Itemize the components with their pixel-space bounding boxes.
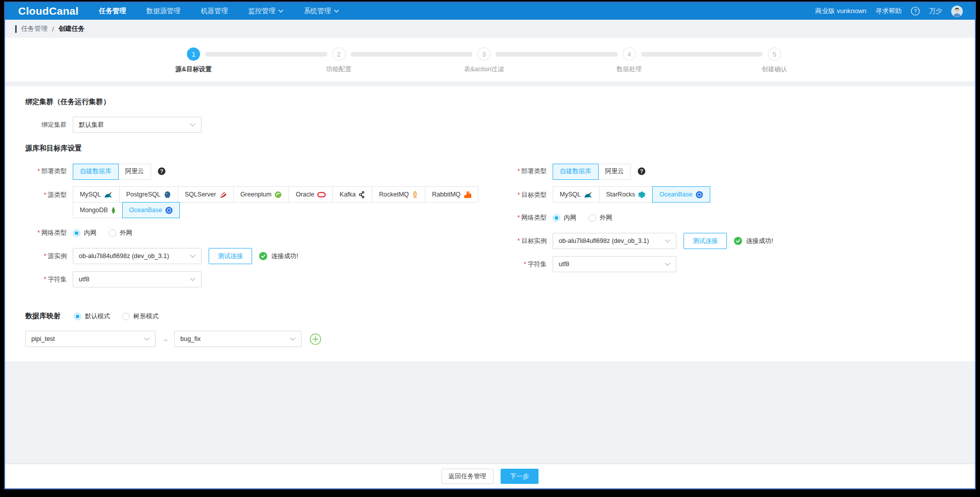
wizard-step-1[interactable]: 1源&目标设置 (187, 47, 332, 74)
step-number: 5 (768, 47, 781, 61)
target-charset-label-text: 字符集 (528, 261, 547, 268)
target-instance-select-value: ob-alu7li84ufl698z (dev_ob_3.1) (559, 237, 649, 244)
source-connection-status-text: 连接成功! (271, 252, 298, 261)
type-label: SQLServer (185, 191, 216, 198)
source-type-postgresql[interactable]: PostgreSQL (119, 186, 178, 203)
mapping-mode-option-label: 默认模式 (85, 312, 110, 321)
step-top: 4 (623, 47, 768, 61)
source-test-connection-button[interactable]: 测试连接 (209, 248, 252, 264)
mapping-mode-option-tree-mode[interactable]: 树形模式 (122, 312, 159, 321)
step-top: 1 (187, 47, 332, 61)
mapping-mode-option-default-mode[interactable]: 默认模式 (74, 312, 110, 321)
target-charset-select[interactable]: utf8 (553, 256, 676, 272)
target-type-mysql[interactable]: MySQL (553, 186, 600, 203)
wizard-step-4[interactable]: 4数据处理 (623, 47, 768, 74)
mapping-mode-option-label: 树形模式 (133, 312, 159, 321)
source-charset-label: *字符集 (25, 275, 67, 284)
target-network-row: *网络类型内网外网 (505, 210, 955, 226)
source-type-kafka[interactable]: Kafka (332, 186, 372, 203)
nav-item-label: 任务管理 (99, 7, 126, 16)
next-step-button[interactable]: 下一步 (501, 469, 539, 484)
source-instance-label-text: 源实例 (48, 253, 67, 260)
step-top: 2 (332, 47, 478, 61)
nav-item-monitor-management[interactable]: 监控管理 (248, 7, 283, 16)
source-type-rabbitmq[interactable]: RabbitMQ (425, 186, 478, 203)
source-type-mysql[interactable]: MySQL (73, 186, 120, 203)
source-instance-select[interactable]: ob-alu7li84ufl698z (dev_ob_3.1) (73, 248, 202, 264)
caret-down-icon (334, 10, 339, 13)
source-network-option-label: 内网 (84, 229, 96, 237)
mapping-target-select[interactable]: bug_fix (174, 331, 302, 347)
source-type-grid: MySQLPostgreSQLSQLServerGreenplumOracleK… (73, 186, 492, 218)
mapping-header: 数据库映射 默认模式树形模式 (25, 312, 955, 321)
back-to-tasks-button[interactable]: 返回任务管理 (442, 469, 494, 484)
source-type-greenplum[interactable]: Greenplum (233, 186, 289, 203)
mapping-source-select[interactable]: pipi_test (25, 331, 156, 347)
create-task-form: 绑定集群（任务运行集群） 绑定集群 默认集群 源库和目标库设置 *部署类型自建数… (5, 86, 975, 361)
target-deploy-info-icon[interactable]: ? (638, 167, 646, 175)
source-type-rocketmq[interactable]: RocketMQ (372, 186, 425, 203)
navbar-right: 商业版 vunknown 寻求帮助 ? 万少 (815, 6, 963, 17)
rocketmq-icon (412, 191, 418, 198)
target-network-option-label: 外网 (600, 214, 612, 222)
required-asterisk: * (44, 276, 46, 283)
add-mapping-icon[interactable] (310, 333, 321, 345)
nav-item-datasource-management[interactable]: 数据源管理 (146, 7, 181, 16)
target-connection-status: 连接成功! (734, 237, 773, 245)
source-type-oracle[interactable]: Oracle (288, 186, 333, 203)
starrocks-icon (638, 191, 646, 198)
target-deploy-row: *部署类型自建数据库阿里云? (505, 163, 955, 179)
target-test-connection-button[interactable]: 测试连接 (683, 233, 727, 249)
edition-label: 商业版 vunknown (815, 7, 866, 16)
source-type-mongodb[interactable]: MongoDB (73, 202, 123, 218)
nav-item-machine-management[interactable]: 机器管理 (201, 7, 228, 16)
wizard-step-2[interactable]: 2功能配置 (332, 47, 478, 74)
target-network-option-internet[interactable]: 外网 (589, 214, 612, 222)
wizard-step-3[interactable]: 3表&action过滤 (477, 47, 623, 74)
required-asterisk: * (517, 237, 520, 244)
source-deploy-tab-self-built-db[interactable]: 自建数据库 (73, 164, 119, 180)
target-deploy-tab-self-built-db[interactable]: 自建数据库 (553, 164, 599, 180)
breadcrumb-parent[interactable]: 任务管理 (21, 24, 47, 33)
target-instance-select[interactable]: ob-alu7li84ufl698z (dev_ob_3.1) (553, 233, 676, 249)
wizard-step-5[interactable]: 5创建确认 (768, 47, 793, 74)
avatar[interactable] (951, 6, 963, 17)
cluster-label: 绑定集群 (25, 121, 67, 129)
nav-item-task-management[interactable]: 任务管理 (99, 7, 126, 16)
deploy-tab-label: 自建数据库 (80, 167, 112, 176)
source-deploy-tab-aliyun[interactable]: 阿里云 (118, 164, 152, 180)
success-check-icon (734, 237, 742, 245)
target-deploy-tab-aliyun[interactable]: 阿里云 (598, 164, 631, 180)
caret-down-icon (278, 10, 283, 13)
nav-item-system-management[interactable]: 系统管理 (304, 7, 339, 16)
source-charset-select[interactable]: utf8 (73, 271, 202, 287)
target-type-label: *目标类型 (505, 186, 547, 200)
source-deploy-info-icon[interactable]: ? (158, 167, 166, 175)
required-asterisk: * (44, 191, 46, 198)
target-type-oceanbase[interactable]: OceanBase (652, 186, 710, 203)
source-endpoint-column: *部署类型自建数据库阿里云?*源类型MySQLPostgreSQLSQLServ… (25, 163, 505, 294)
nav-item-label: 机器管理 (201, 7, 228, 16)
source-type-oceanbase[interactable]: OceanBase (122, 202, 180, 218)
target-type-row: *目标类型MySQLStarRocksOceanBase (505, 186, 955, 203)
target-deploy-label-text: 部署类型 (521, 168, 547, 175)
source-network-option-intranet[interactable]: 内网 (73, 229, 96, 237)
app-logo: CloudCanal (18, 5, 79, 17)
source-type-label: *源类型 (25, 186, 67, 200)
source-network-option-internet[interactable]: 外网 (109, 229, 132, 237)
type-label: OceanBase (659, 191, 692, 198)
target-type-starrocks[interactable]: StarRocks (599, 186, 653, 203)
source-type-sqlserver[interactable]: SQLServer (178, 186, 234, 203)
target-network-option-intranet[interactable]: 内网 (553, 214, 576, 222)
radio-unchecked-icon (109, 229, 116, 237)
postgresql-icon (164, 191, 171, 198)
help-icon[interactable]: ? (911, 7, 920, 16)
mapping-arrow-icon: → (162, 335, 168, 343)
help-link[interactable]: 寻求帮助 (875, 7, 902, 16)
radio-unchecked-icon (122, 313, 130, 320)
cluster-select[interactable]: 默认集群 (73, 117, 202, 133)
breadcrumb-separator: / (52, 25, 54, 33)
username[interactable]: 万少 (929, 7, 942, 16)
source-network-option-label: 外网 (120, 229, 132, 237)
step-top: 3 (477, 47, 623, 61)
